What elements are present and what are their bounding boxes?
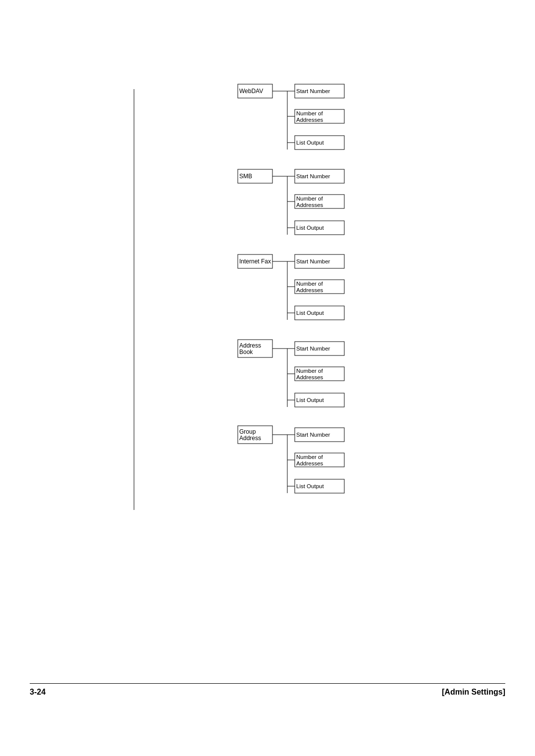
page-number: 3-24 [30,688,46,697]
diagram-svg: WebDAV Start Number Number of Addresses … [223,79,421,505]
svg-text:Start Number: Start Number [296,173,330,179]
svg-text:List Output: List Output [296,483,324,489]
svg-text:Number of: Number of [296,454,323,460]
svg-text:Group: Group [239,428,256,435]
svg-text:Addresses: Addresses [296,287,323,293]
svg-text:WebDAV: WebDAV [239,88,263,95]
svg-text:List Output: List Output [296,225,324,231]
svg-text:Addresses: Addresses [296,374,323,380]
svg-text:Address: Address [239,342,261,349]
section-title: [Admin Settings] [442,688,505,697]
svg-text:List Output: List Output [296,140,324,146]
svg-text:Book: Book [239,349,253,355]
svg-text:Start Number: Start Number [296,88,330,94]
svg-text:Number of: Number of [296,368,323,374]
page-container: WebDAV Start Number Number of Addresses … [0,0,535,756]
left-border-line [134,89,134,510]
svg-text:Addresses: Addresses [296,202,323,208]
svg-text:Address: Address [239,435,261,442]
svg-text:SMB: SMB [239,173,252,180]
svg-text:Addresses: Addresses [296,460,323,466]
svg-text:List Output: List Output [296,397,324,403]
svg-text:Number of: Number of [296,110,323,116]
svg-text:Number of: Number of [296,196,323,202]
svg-text:Number of: Number of [296,281,323,287]
svg-text:Addresses: Addresses [296,117,323,123]
svg-text:List Output: List Output [296,310,324,316]
svg-text:Start Number: Start Number [296,258,330,264]
svg-text:Start Number: Start Number [296,346,330,352]
svg-text:Start Number: Start Number [296,432,330,438]
svg-text:Internet Fax: Internet Fax [239,258,271,265]
footer: 3-24 [Admin Settings] [30,683,505,697]
